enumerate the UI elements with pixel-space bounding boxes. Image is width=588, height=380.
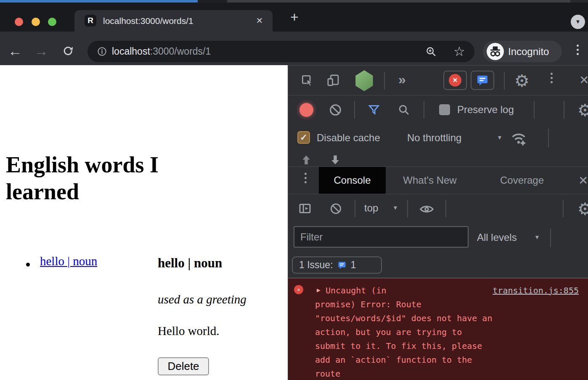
url-text: localhost:3000/words/1 xyxy=(112,41,211,62)
word-example: Hello world. xyxy=(158,324,220,338)
error-text-line: add an `action` function to the xyxy=(315,353,551,367)
separator xyxy=(424,101,424,119)
tab-overview-icon[interactable]: ▼ xyxy=(571,15,585,29)
delete-button[interactable]: Delete xyxy=(158,357,209,375)
separator xyxy=(504,72,505,90)
error-text-line: route xyxy=(315,367,551,380)
devtools-close-icon[interactable]: ✕ xyxy=(579,73,588,87)
bookmark-star-icon[interactable]: ☆ xyxy=(452,41,467,62)
har-import-export-row xyxy=(288,151,588,167)
context-selector[interactable]: top xyxy=(364,202,378,214)
error-source-link[interactable]: transition.js:855 xyxy=(493,284,579,298)
record-network-log-icon[interactable] xyxy=(299,103,313,117)
expand-triangle-icon[interactable]: ▶ xyxy=(317,286,320,294)
network-settings-icon[interactable]: ⚙ xyxy=(577,102,588,119)
console-filter-input[interactable] xyxy=(294,226,469,248)
error-icon: ✕ xyxy=(294,285,303,294)
console-toolbar: top ▼ ⚙ xyxy=(288,194,588,223)
console-sidebar-icon[interactable] xyxy=(297,201,313,218)
browser-menu-icon[interactable] xyxy=(577,45,579,55)
issues-counter-button[interactable]: 1 Issue: 1 xyxy=(292,256,382,274)
devtools-main-toolbar: » ✕ ⚙ ✕ xyxy=(288,66,588,95)
drawer-tab-bar: Console What's New Coverage ✕ xyxy=(288,167,588,194)
forward-icon[interactable]: → xyxy=(34,32,49,70)
browser-toolbar: ← → localhost:3000/words/1 ☆ Incognito xyxy=(0,32,588,65)
tab-console[interactable]: Console xyxy=(319,167,386,194)
incognito-badge: Incognito xyxy=(483,41,562,62)
word-definition: used as a greeting xyxy=(158,293,246,306)
import-har-icon[interactable] xyxy=(300,155,313,167)
throttling-dropdown-icon[interactable]: ▼ xyxy=(497,134,503,141)
console-filter-row: All levels ▼ xyxy=(288,223,588,253)
tab-whats-new[interactable]: What's New xyxy=(396,167,464,194)
live-expression-eye-icon[interactable] xyxy=(419,201,434,219)
window-close-button[interactable] xyxy=(15,18,23,26)
drawer-close-icon[interactable]: ✕ xyxy=(578,174,588,187)
screen: R localhost:3000/words/1 ✕ + ▼ ← → local… xyxy=(0,0,588,380)
separator xyxy=(563,200,564,217)
url-path: :3000/words/1 xyxy=(150,46,211,57)
error-badge-button[interactable]: ✕ xyxy=(443,71,467,90)
tab-bar: R localhost:3000/words/1 ✕ + ▼ xyxy=(0,3,588,32)
incognito-label: Incognito xyxy=(508,41,549,62)
console-error-message[interactable]: ✕ ▶ Uncaught (in promise) Error: Route "… xyxy=(288,278,588,380)
clear-console-icon[interactable] xyxy=(329,202,342,217)
separator xyxy=(534,101,535,119)
log-levels-dropdown-icon[interactable]: ▼ xyxy=(534,234,540,240)
separator xyxy=(445,200,446,217)
url-host: localhost xyxy=(112,46,150,57)
disable-cache-label: Disable cache xyxy=(317,132,380,144)
word-heading: hello | noun xyxy=(158,256,222,271)
separator xyxy=(407,200,408,217)
devtools-menu-icon[interactable] xyxy=(551,73,553,83)
separator xyxy=(548,129,549,147)
reload-icon[interactable] xyxy=(62,45,74,58)
separator xyxy=(550,229,551,247)
window-minimize-button[interactable] xyxy=(32,18,40,26)
issues-label: 1 Issue: xyxy=(299,259,333,271)
device-toolbar-icon[interactable] xyxy=(326,73,340,89)
clear-network-log-icon[interactable] xyxy=(328,103,342,119)
back-icon[interactable]: ← xyxy=(8,32,23,70)
search-icon[interactable] xyxy=(397,103,411,118)
issues-message-button[interactable] xyxy=(471,71,494,90)
word-link[interactable]: hello | noun xyxy=(40,254,97,268)
node-icon[interactable] xyxy=(355,70,374,91)
devtools-settings-icon[interactable]: ⚙ xyxy=(514,72,530,89)
export-har-icon[interactable] xyxy=(329,155,342,167)
devtools-panel: » ✕ ⚙ ✕ Pr xyxy=(288,65,588,380)
error-text-line: submit to it. To fix this, please xyxy=(315,339,551,353)
filter-funnel-icon[interactable] xyxy=(367,103,381,118)
error-text-line: "routes/words/$id" does not have an xyxy=(315,311,551,325)
issue-chat-icon xyxy=(337,260,347,270)
remix-favicon: R xyxy=(85,15,96,26)
tab-title: localhost:3000/words/1 xyxy=(103,10,193,32)
zoom-icon[interactable] xyxy=(425,45,437,59)
separator xyxy=(384,72,385,90)
error-badge-icon: ✕ xyxy=(449,74,461,87)
throttling-select[interactable]: No throttling xyxy=(407,132,461,144)
error-text-line: action, but you are trying to xyxy=(315,325,551,339)
log-levels-select[interactable]: All levels xyxy=(477,232,517,243)
inspect-element-icon[interactable] xyxy=(300,73,314,89)
preserve-log-checkbox[interactable] xyxy=(439,104,450,115)
tab-coverage[interactable]: Coverage xyxy=(495,167,549,194)
drawer-menu-icon[interactable] xyxy=(305,173,307,183)
new-tab-button[interactable]: + xyxy=(287,6,302,28)
context-dropdown-icon[interactable]: ▼ xyxy=(392,204,398,211)
network-conditions-icon[interactable] xyxy=(509,129,528,150)
browser-tab[interactable]: R localhost:3000/words/1 ✕ xyxy=(74,10,273,32)
address-bar[interactable]: localhost:3000/words/1 ☆ xyxy=(87,41,474,62)
disable-cache-checkbox[interactable]: ✓ xyxy=(297,131,310,144)
console-settings-icon[interactable]: ⚙ xyxy=(577,201,588,217)
network-conditions-row: ✓ Disable cache No throttling ▼ xyxy=(288,124,588,151)
web-page: English words I learned hello | noun hel… xyxy=(0,65,288,380)
page-title: English words I learned xyxy=(6,151,233,205)
preserve-log-label: Preserve log xyxy=(457,104,514,116)
incognito-icon xyxy=(487,43,504,60)
tab-close-icon[interactable]: ✕ xyxy=(253,10,266,32)
more-panels-icon[interactable]: » xyxy=(398,72,406,87)
window-zoom-button[interactable] xyxy=(48,18,56,26)
separator xyxy=(354,101,355,119)
site-info-icon[interactable] xyxy=(97,46,107,58)
